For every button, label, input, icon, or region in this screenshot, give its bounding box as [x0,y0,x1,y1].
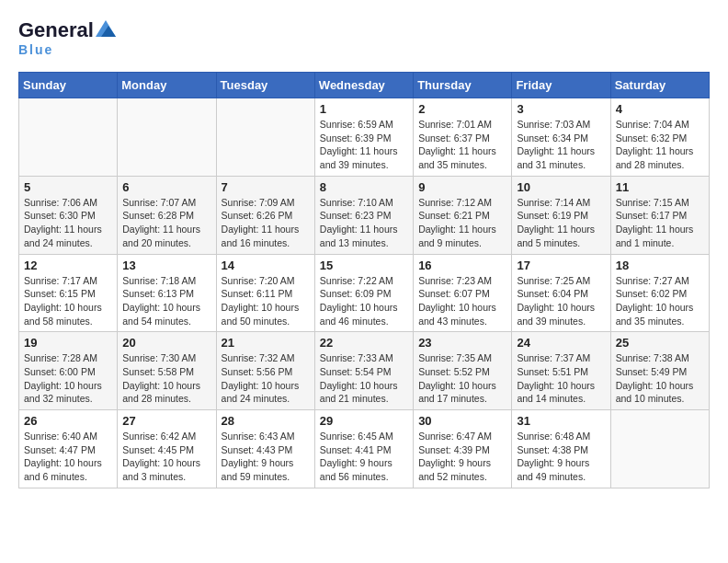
day-info: Sunrise: 6:59 AM Sunset: 6:39 PM Dayligh… [320,118,408,172]
day-info: Sunrise: 7:18 AM Sunset: 6:13 PM Dayligh… [122,274,210,328]
day-number: 30 [418,414,506,428]
calendar-day-cell: 25Sunrise: 7:38 AM Sunset: 5:49 PM Dayli… [610,332,709,410]
day-info: Sunrise: 6:45 AM Sunset: 4:41 PM Dayligh… [320,430,408,484]
calendar-day-cell: 1Sunrise: 6:59 AM Sunset: 6:39 PM Daylig… [314,98,413,177]
calendar-week-row: 12Sunrise: 7:17 AM Sunset: 6:15 PM Dayli… [19,254,710,332]
logo-blue: Blue [18,42,53,57]
calendar-day-cell: 19Sunrise: 7:28 AM Sunset: 6:00 PM Dayli… [19,332,118,410]
calendar-week-row: 5Sunrise: 7:06 AM Sunset: 6:30 PM Daylig… [19,176,710,254]
day-number: 2 [418,102,506,116]
calendar: SundayMondayTuesdayWednesdayThursdayFrid… [18,72,710,488]
day-number: 3 [517,102,605,116]
day-number: 31 [517,414,605,428]
day-number: 28 [222,414,310,428]
calendar-day-cell: 13Sunrise: 7:18 AM Sunset: 6:13 PM Dayli… [118,254,216,332]
calendar-week-row: 26Sunrise: 6:40 AM Sunset: 4:47 PM Dayli… [19,410,710,488]
day-info: Sunrise: 6:43 AM Sunset: 4:43 PM Dayligh… [222,430,310,484]
day-number: 24 [517,336,605,350]
calendar-day-cell: 12Sunrise: 7:17 AM Sunset: 6:15 PM Dayli… [19,254,118,332]
day-info: Sunrise: 7:28 AM Sunset: 6:00 PM Dayligh… [24,351,112,406]
day-number: 10 [517,180,605,194]
calendar-day-cell: 15Sunrise: 7:22 AM Sunset: 6:09 PM Dayli… [314,254,413,332]
weekday-header: Wednesday [314,73,413,98]
day-number: 17 [517,259,605,272]
day-number: 25 [616,336,704,350]
calendar-day-cell: 2Sunrise: 7:01 AM Sunset: 6:37 PM Daylig… [414,98,512,177]
calendar-day-cell: 11Sunrise: 7:15 AM Sunset: 6:17 PM Dayli… [610,176,709,254]
day-number: 22 [320,336,408,350]
weekday-header: Saturday [610,73,709,98]
day-number: 1 [320,102,408,116]
day-number: 11 [616,180,704,194]
calendar-day-cell: 31Sunrise: 6:48 AM Sunset: 4:38 PM Dayli… [512,410,610,488]
day-number: 27 [122,414,210,428]
calendar-day-cell: 23Sunrise: 7:35 AM Sunset: 5:52 PM Dayli… [414,332,512,410]
day-number: 23 [418,336,506,350]
calendar-day-cell: 8Sunrise: 7:10 AM Sunset: 6:23 PM Daylig… [314,176,413,254]
day-info: Sunrise: 7:37 AM Sunset: 5:51 PM Dayligh… [517,351,605,406]
day-number: 12 [24,259,112,272]
weekday-header: Tuesday [216,73,314,98]
calendar-day-cell: 6Sunrise: 7:07 AM Sunset: 6:28 PM Daylig… [118,176,216,254]
day-info: Sunrise: 7:25 AM Sunset: 6:04 PM Dayligh… [517,274,605,328]
day-number: 9 [418,180,506,194]
day-number: 26 [24,414,112,428]
page-header: General Blue [18,18,710,57]
day-info: Sunrise: 6:40 AM Sunset: 4:47 PM Dayligh… [24,430,112,484]
day-info: Sunrise: 7:38 AM Sunset: 5:49 PM Dayligh… [616,351,704,406]
calendar-day-cell: 17Sunrise: 7:25 AM Sunset: 6:04 PM Dayli… [512,254,610,332]
weekday-header: Friday [512,73,610,98]
day-number: 20 [122,336,210,350]
calendar-day-cell: 5Sunrise: 7:06 AM Sunset: 6:30 PM Daylig… [19,176,118,254]
day-info: Sunrise: 7:03 AM Sunset: 6:34 PM Dayligh… [517,118,605,172]
day-info: Sunrise: 6:47 AM Sunset: 4:39 PM Dayligh… [418,430,506,484]
day-number: 7 [222,180,310,194]
calendar-day-cell: 21Sunrise: 7:32 AM Sunset: 5:56 PM Dayli… [216,332,314,410]
day-info: Sunrise: 7:15 AM Sunset: 6:17 PM Dayligh… [616,196,704,250]
weekday-header: Monday [118,73,216,98]
calendar-day-cell: 3Sunrise: 7:03 AM Sunset: 6:34 PM Daylig… [512,98,610,177]
day-number: 8 [320,180,408,194]
day-number: 19 [24,336,112,350]
logo-icon [96,20,116,37]
day-number: 13 [122,259,210,272]
calendar-day-cell: 24Sunrise: 7:37 AM Sunset: 5:51 PM Dayli… [512,332,610,410]
calendar-day-cell: 9Sunrise: 7:12 AM Sunset: 6:21 PM Daylig… [414,176,512,254]
calendar-day-cell: 26Sunrise: 6:40 AM Sunset: 4:47 PM Dayli… [19,410,118,488]
calendar-header-row: SundayMondayTuesdayWednesdayThursdayFrid… [19,73,710,98]
day-number: 16 [418,259,506,272]
day-info: Sunrise: 6:42 AM Sunset: 4:45 PM Dayligh… [122,430,210,484]
day-number: 14 [222,259,310,272]
day-info: Sunrise: 7:12 AM Sunset: 6:21 PM Dayligh… [418,196,506,250]
day-info: Sunrise: 7:09 AM Sunset: 6:26 PM Dayligh… [222,196,310,250]
day-info: Sunrise: 7:07 AM Sunset: 6:28 PM Dayligh… [122,196,210,250]
calendar-day-cell: 29Sunrise: 6:45 AM Sunset: 4:41 PM Dayli… [314,410,413,488]
calendar-day-cell: 10Sunrise: 7:14 AM Sunset: 6:19 PM Dayli… [512,176,610,254]
day-info: Sunrise: 7:23 AM Sunset: 6:07 PM Dayligh… [418,274,506,328]
day-info: Sunrise: 7:30 AM Sunset: 5:58 PM Dayligh… [122,351,210,406]
weekday-header: Sunday [19,73,118,98]
day-number: 21 [222,336,310,350]
calendar-day-cell [216,98,314,177]
day-info: Sunrise: 7:01 AM Sunset: 6:37 PM Dayligh… [418,118,506,172]
calendar-week-row: 1Sunrise: 6:59 AM Sunset: 6:39 PM Daylig… [19,98,710,177]
day-info: Sunrise: 6:48 AM Sunset: 4:38 PM Dayligh… [517,430,605,484]
day-info: Sunrise: 7:17 AM Sunset: 6:15 PM Dayligh… [24,274,112,328]
calendar-day-cell: 4Sunrise: 7:04 AM Sunset: 6:32 PM Daylig… [610,98,709,177]
day-info: Sunrise: 7:14 AM Sunset: 6:19 PM Dayligh… [517,196,605,250]
day-info: Sunrise: 7:33 AM Sunset: 5:54 PM Dayligh… [320,351,408,406]
day-info: Sunrise: 7:22 AM Sunset: 6:09 PM Dayligh… [320,274,408,328]
calendar-day-cell: 27Sunrise: 6:42 AM Sunset: 4:45 PM Dayli… [118,410,216,488]
day-info: Sunrise: 7:32 AM Sunset: 5:56 PM Dayligh… [222,351,310,406]
calendar-day-cell [610,410,709,488]
calendar-day-cell: 20Sunrise: 7:30 AM Sunset: 5:58 PM Dayli… [118,332,216,410]
calendar-day-cell: 16Sunrise: 7:23 AM Sunset: 6:07 PM Dayli… [414,254,512,332]
day-number: 4 [616,102,704,116]
calendar-day-cell: 28Sunrise: 6:43 AM Sunset: 4:43 PM Dayli… [216,410,314,488]
calendar-day-cell: 18Sunrise: 7:27 AM Sunset: 6:02 PM Dayli… [610,254,709,332]
logo-general: General [18,18,94,42]
day-number: 18 [616,259,704,272]
day-info: Sunrise: 7:35 AM Sunset: 5:52 PM Dayligh… [418,351,506,406]
calendar-day-cell: 7Sunrise: 7:09 AM Sunset: 6:26 PM Daylig… [216,176,314,254]
calendar-day-cell [19,98,118,177]
